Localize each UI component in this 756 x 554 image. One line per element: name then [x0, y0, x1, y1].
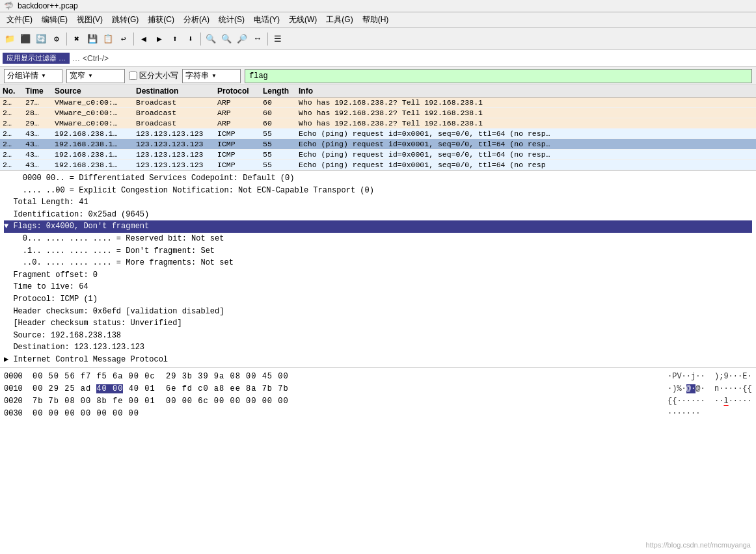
- toolbar-open[interactable]: 📁: [3, 32, 17, 46]
- hex-offset: 0030: [4, 408, 27, 420]
- col-header-time: Time: [25, 86, 55, 96]
- search-narrow-arrow: ▼: [88, 73, 93, 79]
- hex-row: 0010 00 29 25 ad 40 00 40 01 6e fd c0 a8…: [4, 383, 752, 395]
- menu-tools[interactable]: 工具(G): [322, 13, 357, 27]
- packet-row[interactable]: 2… 43… 192.168.238.1… 123.123.123.123 IC…: [0, 160, 756, 170]
- toolbar-zoom-fit[interactable]: ↔: [250, 32, 265, 46]
- search-type-label: 字符串: [185, 70, 209, 81]
- title-text: backdoor++.pcap: [18, 1, 78, 10]
- search-input[interactable]: [245, 69, 752, 83]
- menu-jump[interactable]: 跳转(G): [108, 13, 142, 27]
- toolbar-forward[interactable]: ▶: [152, 32, 167, 46]
- hex-bytes: 00 00 00 00 00 00 00: [33, 408, 662, 420]
- search-bar: 分组详情 ▼ 宽窄 ▼ 区分大小写 字符串 ▼: [0, 67, 756, 85]
- packet-row[interactable]: 2… 43… 192.168.238.1… 123.123.123.123 IC…: [0, 150, 756, 160]
- hex-offset: 0020: [4, 395, 27, 408]
- search-field-label: 分组详情: [7, 70, 38, 81]
- col-header-len: Length: [263, 86, 299, 96]
- toolbar-settings[interactable]: ⚙: [49, 32, 64, 46]
- detail-pane: 0000 00.. = Differentiated Services Code…: [0, 171, 756, 368]
- detail-line: .1.. .... .... .... = Don't fragment: Se…: [4, 245, 752, 257]
- toolbar-restart[interactable]: 🔄: [34, 32, 48, 46]
- menu-wireless[interactable]: 无线(W): [285, 13, 321, 27]
- toolbar-capture-options[interactable]: ☰: [271, 32, 285, 46]
- watermark: https://blog.csdn.net/mcmuyanga: [646, 541, 751, 549]
- menu-help[interactable]: 帮助(H): [358, 13, 393, 27]
- detail-line: 0000 00.. = Differentiated Services Code…: [4, 172, 752, 185]
- packet-row[interactable]: 2… 28… VMware_c0:00:… Broadcast ARP 60 W…: [0, 108, 756, 118]
- menu-view[interactable]: 视图(V): [73, 13, 107, 27]
- toolbar-up[interactable]: ⬆: [168, 32, 182, 46]
- col-header-no: No.: [3, 86, 25, 96]
- search-case-label: 区分大小写: [139, 70, 178, 81]
- detail-line: ▶ Internet Control Message Protocol: [4, 354, 752, 366]
- toolbar-close[interactable]: ✖: [70, 32, 84, 46]
- detail-line: Time to live: 64: [4, 281, 752, 293]
- search-field-arrow: ▼: [41, 73, 46, 79]
- packet-row[interactable]: 2… 29… VMware_c0:00:… Broadcast ARP 60 W…: [0, 118, 756, 129]
- packet-row[interactable]: 2… 43… 192.168.238.1… 123.123.123.123 IC…: [0, 129, 756, 139]
- toolbar-stop[interactable]: ⬛: [18, 32, 33, 46]
- hex-pane: 0000 00 50 56 f7 f5 6a 00 0c 29 3b 39 9a…: [0, 368, 756, 423]
- toolbar-zoom-out[interactable]: 🔍: [219, 32, 234, 46]
- detail-line: Header checksum: 0x6efd [validation disa…: [4, 306, 752, 318]
- toolbar-back[interactable]: ◀: [137, 32, 151, 46]
- title-icon: 🦈: [4, 1, 14, 10]
- hex-ascii: {{······ ··l·····: [668, 395, 752, 408]
- hex-offset: 0000: [4, 371, 27, 383]
- hex-bytes: 7b 7b 08 00 8b fe 00 01 00 00 6c 00 00 0…: [33, 395, 662, 408]
- filter-dots: …: [70, 54, 83, 63]
- toolbar-sep3: [200, 33, 201, 46]
- search-type-arrow: ▼: [211, 73, 217, 79]
- detail-line: Fragment offset: 0: [4, 269, 752, 282]
- search-narrow-label: 宽窄: [70, 70, 85, 81]
- toolbar-down[interactable]: ⬇: [183, 32, 198, 46]
- packet-row[interactable]: 2… 43… 192.168.238.1… 123.123.123.123 IC…: [0, 139, 756, 150]
- detail-line: 0... .... .... .... = Reserved bit: Not …: [4, 233, 752, 245]
- hex-bytes: 00 29 25 ad 40 00 40 01 6e fd c0 a8 ee 8…: [33, 383, 662, 395]
- toolbar: 📁 ⬛ 🔄 ⚙ ✖ 💾 📋 ↩ ◀ ▶ ⬆ ⬇ 🔍 🔍 🔎 ↔ ☰: [0, 28, 756, 50]
- filter-shortcut: <Ctrl-/>: [83, 54, 109, 63]
- hex-bytes: 00 50 56 f7 f5 6a 00 0c 29 3b 39 9a 08 0…: [33, 371, 662, 383]
- packet-row[interactable]: 2… 27… VMware_c0:00:… Broadcast ARP 60 W…: [0, 98, 756, 108]
- search-narrow-dropdown[interactable]: 宽窄 ▼: [66, 69, 125, 83]
- toolbar-copy[interactable]: 📋: [101, 32, 115, 46]
- toolbar-save[interactable]: 💾: [85, 32, 100, 46]
- filter-bar: 应用显示过滤器 … … <Ctrl-/>: [0, 50, 756, 67]
- packet-rows-container: 2… 27… VMware_c0:00:… Broadcast ARP 60 W…: [0, 98, 756, 170]
- col-header-src: Source: [55, 86, 136, 96]
- filter-label: 应用显示过滤器 …: [3, 53, 70, 64]
- search-field-dropdown[interactable]: 分组详情 ▼: [4, 69, 62, 83]
- toolbar-sep2: [133, 33, 134, 46]
- menu-analyze[interactable]: 分析(A): [180, 13, 213, 27]
- title-bar: 🦈 backdoor++.pcap: [0, 0, 756, 12]
- detail-line: Identification: 0x25ad (9645): [4, 209, 752, 221]
- hex-ascii: ·)%·@·@· n·····{{: [668, 383, 752, 395]
- hex-row: 0030 00 00 00 00 00 00 00 ·······: [4, 408, 752, 420]
- toolbar-sep1: [66, 33, 67, 46]
- toolbar-sep4: [267, 33, 268, 46]
- detail-line: ▼ Flags: 0x4000, Don't fragment: [4, 220, 752, 233]
- detail-line: .... ..00 = Explicit Congestion Notifica…: [4, 185, 752, 197]
- hex-row: 0000 00 50 56 f7 f5 6a 00 0c 29 3b 39 9a…: [4, 371, 752, 383]
- menu-phone[interactable]: 电话(Y): [250, 13, 284, 27]
- detail-line: Destination: 123.123.123.123: [4, 341, 752, 354]
- toolbar-reload[interactable]: ↩: [116, 32, 131, 46]
- col-header-proto: Protocol: [217, 86, 263, 96]
- detail-line: Total Length: 41: [4, 196, 752, 209]
- menu-file[interactable]: 文件(E): [3, 13, 36, 27]
- col-header-dst: Destination: [136, 86, 217, 96]
- menu-bar: 文件(E) 编辑(E) 视图(V) 跳转(G) 捕获(C) 分析(A) 统计(S…: [0, 12, 756, 28]
- menu-edit[interactable]: 编辑(E): [38, 13, 72, 27]
- detail-line: Source: 192.168.238.138: [4, 330, 752, 342]
- toolbar-zoom-in[interactable]: 🔍: [204, 32, 218, 46]
- search-type-dropdown[interactable]: 字符串 ▼: [182, 69, 241, 83]
- packet-list: No. Time Source Destination Protocol Len…: [0, 85, 756, 171]
- search-case-checkbox[interactable]: [129, 72, 137, 80]
- packet-list-header: No. Time Source Destination Protocol Len…: [0, 85, 756, 98]
- toolbar-zoom-normal[interactable]: 🔎: [235, 32, 249, 46]
- menu-capture[interactable]: 捕获(C): [144, 13, 178, 27]
- col-header-info: Info: [299, 86, 753, 96]
- hex-ascii: ·······: [668, 408, 752, 420]
- menu-stats[interactable]: 统计(S): [215, 13, 249, 27]
